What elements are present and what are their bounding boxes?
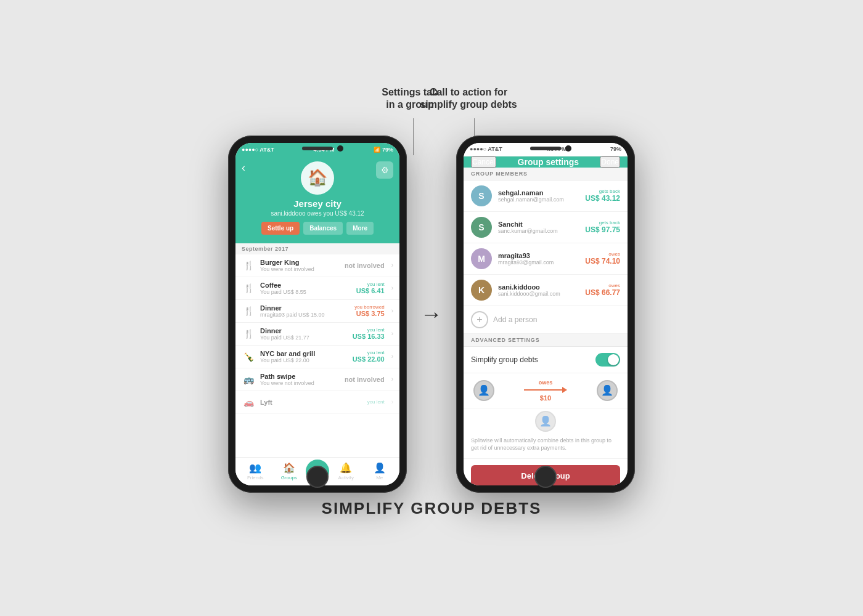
phone-1: ●●●●○ AT&T 4:04 PM 📶 79% ‹ ⚙ 🏠 Jersey xyxy=(228,136,407,493)
friends-label: Friends xyxy=(247,475,264,480)
amount-label-3: you lent xyxy=(353,327,385,333)
debt-person-right: 👤 xyxy=(597,380,618,401)
done-button[interactable]: Done xyxy=(600,156,620,168)
expense-amount-6: you lent xyxy=(367,399,385,405)
member-info-sani: sani.kiddooo sani.kiddooo@gmail.com xyxy=(498,283,579,297)
tab-me[interactable]: 👤 Me xyxy=(363,462,397,480)
group-avatar: 🏠 xyxy=(301,161,334,195)
member-sanchit[interactable]: S Sanchit sanc.kumar@gmail.com gets back… xyxy=(464,212,628,243)
page-title: SIMPLIFY GROUP DEBTS xyxy=(322,499,542,518)
expense-dinner-lent[interactable]: 🍴 Dinner You paid US$ 21.77 you lent US$… xyxy=(235,323,399,346)
tab-activity[interactable]: 🔔 Activity xyxy=(329,462,363,480)
expense-details-3: Dinner You paid US$ 21.77 xyxy=(260,327,348,341)
member-avatar-sehgal: S xyxy=(471,185,492,206)
add-person-label: Add a person xyxy=(493,315,537,324)
debt-arrow-container: owes $10 xyxy=(501,379,591,402)
member-email-sehgal: sehgal.naman@gmail.com xyxy=(498,197,579,203)
member-email-sani: sani.kiddooo@gmail.com xyxy=(498,291,579,297)
tab-groups[interactable]: 🏠 Groups xyxy=(272,462,306,480)
phone-1-screen: ●●●●○ AT&T 4:04 PM 📶 79% ‹ ⚙ 🏠 Jersey xyxy=(235,143,399,485)
expense-icon-6: 🚗 xyxy=(242,395,255,409)
amount-arrow-2: › xyxy=(391,307,393,314)
phone-2-inner: Cancel Group settings Done GROUP MEMBERS… xyxy=(464,156,628,485)
more-button[interactable]: More xyxy=(346,222,374,235)
camera-right xyxy=(565,145,571,152)
carrier-right: ●●●●○ AT&T xyxy=(470,146,502,152)
amount-label-4: you lent xyxy=(353,350,385,355)
phone-1-inner: ‹ ⚙ 🏠 Jersey city sani.kiddooo owes you … xyxy=(235,156,399,485)
member-sani[interactable]: K sani.kiddooo sani.kiddooo@gmail.com ow… xyxy=(464,275,628,306)
member-balance-mragita: owes US$ 74.10 xyxy=(585,251,620,265)
expense-name-3: Dinner xyxy=(260,327,348,334)
me-label: Me xyxy=(376,475,383,480)
amount-value-3: US$ 16.33 xyxy=(353,333,385,340)
annotation-right: Call to action for simplify group debts xyxy=(407,86,530,112)
tab-friends[interactable]: 👥 Friends xyxy=(239,462,272,480)
expense-desc-5: You were not involved xyxy=(260,380,340,386)
expense-coffee[interactable]: 🍴 Coffee You paid US$ 8.55 you lent US$ … xyxy=(235,277,399,300)
member-name-sani: sani.kiddooo xyxy=(498,283,579,291)
camera-left xyxy=(337,145,343,152)
expense-icon-4: 🍾 xyxy=(242,350,255,363)
balance-amount-sani: US$ 66.77 xyxy=(585,288,620,297)
settings-title: Group settings xyxy=(518,157,579,167)
member-sehgal[interactable]: S sehgal.naman sehgal.naman@gmail.com ge… xyxy=(464,180,628,212)
expense-icon-2: 🍴 xyxy=(242,304,255,318)
me-icon: 👤 xyxy=(374,462,386,474)
expense-burger-king[interactable]: 🍴 Burger King You were not involved not … xyxy=(235,254,399,277)
home-button-left[interactable] xyxy=(306,466,329,488)
simplify-row: Simplify group debts xyxy=(464,347,628,373)
amount-value-4: US$ 22.00 xyxy=(353,355,385,363)
debt-avatar-third: 👤 xyxy=(535,411,556,432)
expense-nyc-bar[interactable]: 🍾 NYC bar and grill You paid US$ 22.00 y… xyxy=(235,346,399,368)
expense-name-2: Dinner xyxy=(260,304,350,312)
expense-amount-2: you borrowed US$ 3.75 xyxy=(354,304,384,317)
member-balance-sanchit: gets back US$ 97.75 xyxy=(585,220,620,234)
amount-label-6: you lent xyxy=(367,399,385,405)
settings-button[interactable]: ⚙ xyxy=(376,161,393,179)
settle-up-button[interactable]: Settle up xyxy=(261,222,300,235)
back-button[interactable]: ‹ xyxy=(242,161,245,174)
amount-value-5: not involved xyxy=(345,376,385,383)
phone-2-frame: ●●●●○ AT&T 4:04 PM 79% Cancel Group sett… xyxy=(456,136,635,493)
amount-arrow-6: › xyxy=(391,399,393,405)
expense-desc-3: You paid US$ 21.77 xyxy=(260,334,348,341)
member-balance-sehgal: gets back US$ 43.12 xyxy=(585,188,620,203)
add-person-icon: + xyxy=(471,311,488,328)
expense-amount-0: not involved xyxy=(345,262,385,269)
home-button-right[interactable] xyxy=(534,466,557,488)
simplify-toggle[interactable] xyxy=(595,353,620,367)
cancel-button[interactable]: Cancel xyxy=(471,156,496,168)
member-mragita[interactable]: M mragita93 mragita93@gmail.com owes US$… xyxy=(464,243,628,275)
group-members-section-title: GROUP MEMBERS xyxy=(464,168,628,180)
member-avatar-sani: K xyxy=(471,280,492,301)
member-name-sanchit: Sanchit xyxy=(498,221,579,228)
expense-details-2: Dinner mragita93 paid US$ 15.00 xyxy=(260,304,350,318)
battery-left: 📶 79% xyxy=(374,147,393,153)
phones-annotation-container: Settings tab in a group Call to action f… xyxy=(228,86,635,493)
amount-arrow-5: › xyxy=(391,376,393,383)
expense-list[interactable]: 🍴 Burger King You were not involved not … xyxy=(235,254,399,457)
member-info-sanchit: Sanchit sanc.kumar@gmail.com xyxy=(498,221,579,234)
expense-dinner-borrowed[interactable]: 🍴 Dinner mragita93 paid US$ 15.00 you bo… xyxy=(235,300,399,323)
phone-2-screen: ●●●●○ AT&T 4:04 PM 79% Cancel Group sett… xyxy=(464,143,628,485)
amount-value-2: US$ 3.75 xyxy=(354,310,384,317)
toggle-thumb xyxy=(608,354,619,365)
expense-desc-4: You paid US$ 22.00 xyxy=(260,357,348,363)
member-email-mragita: mragita93@gmail.com xyxy=(498,259,579,265)
member-balance-sani: owes US$ 66.77 xyxy=(585,283,620,297)
advanced-settings-title: ADVANCED SETTINGS xyxy=(464,334,628,347)
expense-amount-5: not involved xyxy=(345,376,385,383)
balances-button[interactable]: Balances xyxy=(303,222,343,235)
expense-icon-0: 🍴 xyxy=(242,259,255,272)
debt-third-person: 👤 xyxy=(464,408,628,433)
action-buttons: Settle up Balances More xyxy=(261,222,374,235)
expense-icon-3: 🍴 xyxy=(242,327,255,341)
friends-icon: 👥 xyxy=(249,462,261,474)
expense-lyft[interactable]: 🚗 Lyft you lent › xyxy=(235,391,399,414)
expense-path-swipe[interactable]: 🚌 Path swipe You were not involved not i… xyxy=(235,368,399,391)
add-person-row[interactable]: + Add a person xyxy=(464,306,628,334)
amount-arrow-1: › xyxy=(391,285,393,291)
main-content: Settings tab in a group Call to action f… xyxy=(0,62,863,555)
debt-owes-label: owes xyxy=(539,379,553,386)
